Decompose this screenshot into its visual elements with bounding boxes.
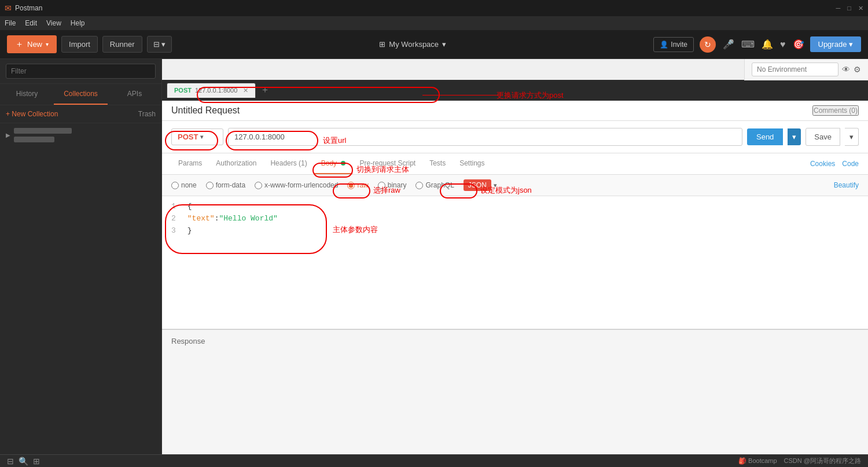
response-area: Response	[162, 329, 868, 467]
tab-tests[interactable]: Tests	[422, 153, 453, 174]
upgrade-button[interactable]: Upgrade ▾	[810, 36, 862, 52]
profile-icon[interactable]: 🎯	[793, 39, 804, 50]
tab-collections[interactable]: Collections	[54, 84, 108, 105]
code-line-3: 3 }	[171, 225, 859, 237]
tab-apis[interactable]: APIs	[108, 84, 161, 105]
save-dropdown-button[interactable]: ▾	[845, 128, 859, 146]
add-tab-button[interactable]: ＋	[257, 84, 273, 96]
code-editor[interactable]: 1 { 2 "text":"Hello World" 3 }	[162, 196, 868, 329]
new-button[interactable]: ＋ New ▾	[7, 35, 57, 53]
status-icon-3[interactable]: ⊞	[33, 457, 40, 466]
url-input[interactable]	[228, 128, 742, 146]
code-line-2: 2 "text":"Hello World"	[171, 213, 859, 225]
status-bar: ⊟ 🔍 ⊞ 🎒 Bootcamp CSDN @阿汤哥的程序之路	[0, 454, 868, 467]
tab-params[interactable]: Params	[171, 153, 209, 174]
import-button[interactable]: Import	[61, 36, 98, 53]
request-sub-tabs: Params Authorization Headers (1) Body Pr…	[162, 153, 868, 175]
tab-url-label: 127.0.0.1:8000	[195, 87, 237, 94]
new-collection-button[interactable]: + New Collection	[6, 110, 58, 118]
tab-authorization[interactable]: Authorization	[209, 153, 263, 174]
eye-icon[interactable]: 👁	[842, 65, 850, 74]
url-bar: POST ▾ Send ▾ Save ▾	[162, 121, 868, 153]
body-active-dot	[341, 161, 345, 166]
option-form-data[interactable]: form-data	[206, 181, 245, 189]
sidebar-actions: + New Collection Trash	[0, 105, 161, 123]
response-label: Response	[171, 337, 205, 345]
status-icon-2[interactable]: 🔍	[19, 457, 28, 466]
env-settings-icon[interactable]: ⚙	[854, 65, 861, 74]
option-binary[interactable]: binary	[378, 181, 407, 189]
format-select-wrapper: JSON ▾	[464, 179, 497, 191]
menu-help[interactable]: Help	[71, 19, 85, 27]
request-name-label: Untitled Request	[171, 105, 240, 116]
beautify-button[interactable]: Beautify	[834, 181, 859, 189]
menu-edit[interactable]: Edit	[25, 19, 37, 27]
sync-icon[interactable]: ↻	[700, 36, 716, 53]
menu-file[interactable]: File	[5, 19, 16, 27]
format-dropdown-icon[interactable]: ▾	[494, 182, 497, 189]
request-tab-bar: POST 127.0.0.1:8000 ✕ ＋	[162, 80, 868, 101]
save-button[interactable]: Save	[806, 128, 840, 146]
search-input[interactable]	[6, 64, 156, 79]
csdn-link: CSDN @阿汤哥的程序之路	[784, 457, 861, 465]
request-tab[interactable]: POST 127.0.0.1:8000 ✕	[167, 83, 256, 98]
minimize-button[interactable]: ─	[836, 5, 841, 12]
trash-button[interactable]: Trash	[138, 110, 156, 118]
grid-icon: ⊞	[379, 40, 385, 49]
sidebar-tabs: History Collections APIs	[0, 84, 161, 105]
person-icon: 👤	[660, 41, 668, 49]
body-options-bar: none form-data x-www-form-urlencoded raw…	[162, 175, 868, 196]
send-dropdown-button[interactable]: ▾	[788, 128, 801, 145]
workspace-button[interactable]: ⊞ My Workspace ▾	[379, 40, 446, 49]
sidebar: History Collections APIs + New Collectio…	[0, 59, 162, 467]
title-bar: ✉ Postman ─ □ ✕	[0, 0, 868, 16]
plus-icon: ＋	[15, 39, 24, 50]
invite-button[interactable]: 👤 Invite	[653, 37, 694, 52]
microphone-icon[interactable]: 🎤	[723, 39, 734, 50]
main-layout: History Collections APIs + New Collectio…	[0, 59, 868, 467]
method-select[interactable]: POST ▾	[171, 128, 223, 145]
tab-close-icon[interactable]: ✕	[243, 87, 248, 94]
toolbar-right: 👤 Invite ↻ 🎤 ⌨ 🔔 ♥ 🎯 Upgrade ▾	[653, 36, 861, 53]
code-link[interactable]: Code	[842, 160, 859, 168]
code-icon[interactable]: ⌨	[741, 39, 755, 50]
title-bar-left: ✉ Postman	[5, 3, 42, 13]
tab-right-actions: Cookies Code	[810, 160, 859, 168]
bootcamp-icon: 🎒	[738, 457, 746, 464]
toolbar-center: ⊞ My Workspace ▾	[176, 40, 649, 49]
close-button[interactable]: ✕	[858, 5, 863, 12]
tab-body[interactable]: Body	[314, 153, 353, 174]
app-icon: ✉	[5, 3, 12, 13]
tab-history[interactable]: History	[0, 84, 54, 105]
app-name: Postman	[15, 4, 42, 12]
tab-pre-request[interactable]: Pre-request Script	[352, 153, 422, 174]
environment-select[interactable]	[752, 62, 838, 76]
heart-icon[interactable]: ♥	[780, 39, 786, 50]
tab-headers[interactable]: Headers (1)	[263, 153, 314, 174]
tab-method-label: POST	[174, 87, 192, 94]
settings-icon-button[interactable]: ⊟ ▾	[147, 36, 172, 53]
collection-name-bar	[14, 128, 72, 134]
window-controls: ─ □ ✕	[836, 5, 863, 12]
bootcamp-link[interactable]: 🎒 Bootcamp	[738, 457, 777, 465]
format-select[interactable]: JSON	[464, 179, 491, 191]
bell-icon[interactable]: 🔔	[762, 39, 773, 50]
runner-button[interactable]: Runner	[102, 36, 142, 53]
option-urlencoded[interactable]: x-www-form-urlencoded	[255, 181, 338, 189]
option-none[interactable]: none	[171, 181, 197, 189]
code-line-1: 1 {	[171, 201, 859, 213]
menu-view[interactable]: View	[46, 19, 61, 27]
option-raw[interactable]: raw	[347, 181, 368, 189]
comments-button[interactable]: Comments (0)	[812, 105, 859, 116]
toolbar: ＋ New ▾ Import Runner ⊟ ▾ ⊞ My Workspace…	[0, 30, 868, 59]
status-icon-1[interactable]: ⊟	[7, 457, 14, 466]
send-button[interactable]: Send	[747, 128, 783, 145]
sidebar-search-area	[0, 59, 161, 84]
tab-settings[interactable]: Settings	[453, 153, 491, 174]
status-right: 🎒 Bootcamp CSDN @阿汤哥的程序之路	[738, 457, 861, 465]
option-graphql[interactable]: GraphQL	[415, 181, 454, 189]
list-item[interactable]: ▶	[0, 123, 161, 147]
cookies-link[interactable]: Cookies	[810, 160, 835, 168]
env-bar: 👁 ⚙	[744, 59, 868, 80]
maximize-button[interactable]: □	[847, 5, 851, 12]
